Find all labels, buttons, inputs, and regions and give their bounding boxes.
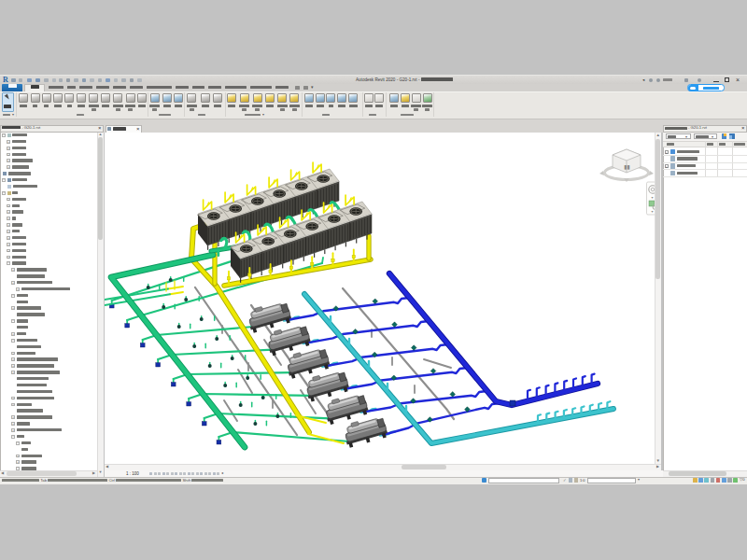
svg-text:▾: ▾ (651, 194, 653, 199)
svg-text:▾: ▾ (651, 208, 653, 213)
svg-text:▮▮: ▮▮ (624, 164, 630, 170)
